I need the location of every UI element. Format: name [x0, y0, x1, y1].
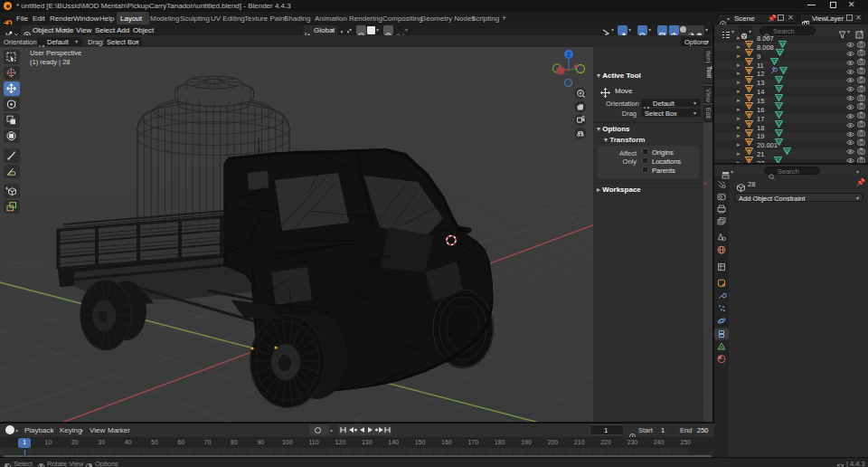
svg-text:Z: Z [567, 52, 571, 58]
